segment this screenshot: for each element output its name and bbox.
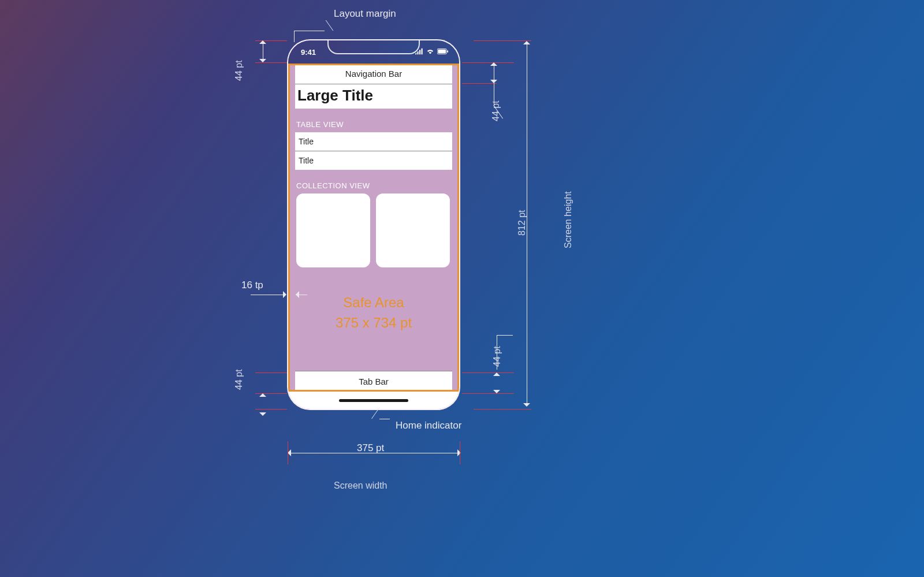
home-indicator[interactable] bbox=[339, 399, 408, 402]
table-row[interactable]: Title bbox=[295, 151, 452, 170]
navigation-bar-label: Navigation Bar bbox=[345, 69, 402, 79]
svg-rect-3 bbox=[422, 48, 423, 54]
tab-bar-label: Tab Bar bbox=[359, 377, 389, 386]
svg-rect-5 bbox=[438, 49, 446, 53]
table-section-header: TABLE VIEW bbox=[295, 120, 452, 132]
collection-section-header: COLLECTION VIEW bbox=[295, 181, 452, 193]
large-title: Large Title bbox=[295, 84, 452, 109]
svg-rect-2 bbox=[419, 50, 420, 54]
annotation-height-value: 812 pt bbox=[517, 210, 527, 236]
wifi-icon bbox=[426, 48, 434, 57]
collection-card[interactable] bbox=[376, 193, 450, 267]
phone-frame: 9:41 Navigation Bar Large Title bbox=[287, 39, 460, 410]
home-indicator-area bbox=[288, 392, 459, 409]
table-row[interactable]: Title bbox=[295, 132, 452, 151]
annotation-screen-width: Screen width bbox=[334, 481, 388, 491]
annotation-screen-height: Screen height bbox=[563, 191, 573, 248]
annotation-tabbar-height-right: 44 pt bbox=[492, 346, 502, 367]
navigation-bar: Navigation Bar bbox=[295, 64, 452, 84]
annotation-navbar-height: 44 pt bbox=[491, 100, 501, 121]
large-title-label: Large Title bbox=[297, 87, 373, 105]
status-time: 9:41 bbox=[301, 48, 316, 57]
collection-card[interactable] bbox=[296, 193, 370, 267]
annotation-home-indicator: Home indicator bbox=[396, 420, 461, 431]
annotation-statusbar-height: 44 pt bbox=[234, 60, 244, 81]
annotation-width-value: 375 pt bbox=[357, 442, 384, 454]
svg-rect-6 bbox=[447, 50, 448, 53]
tab-bar: Tab Bar bbox=[295, 371, 452, 392]
table-row-label: Title bbox=[299, 137, 314, 146]
safe-area-label: Safe Area 375 x 734 pt bbox=[295, 293, 452, 333]
battery-icon bbox=[437, 48, 449, 57]
notch bbox=[327, 39, 420, 54]
content-area: Navigation Bar Large Title TABLE VIEW Ti… bbox=[295, 64, 452, 392]
annotation-layout-margin: Layout margin bbox=[334, 8, 396, 20]
annotation-left-margin: 16 tp bbox=[241, 280, 263, 291]
table-row-label: Title bbox=[299, 156, 314, 165]
annotation-tabbar-height-left: 44 pt bbox=[234, 369, 244, 390]
